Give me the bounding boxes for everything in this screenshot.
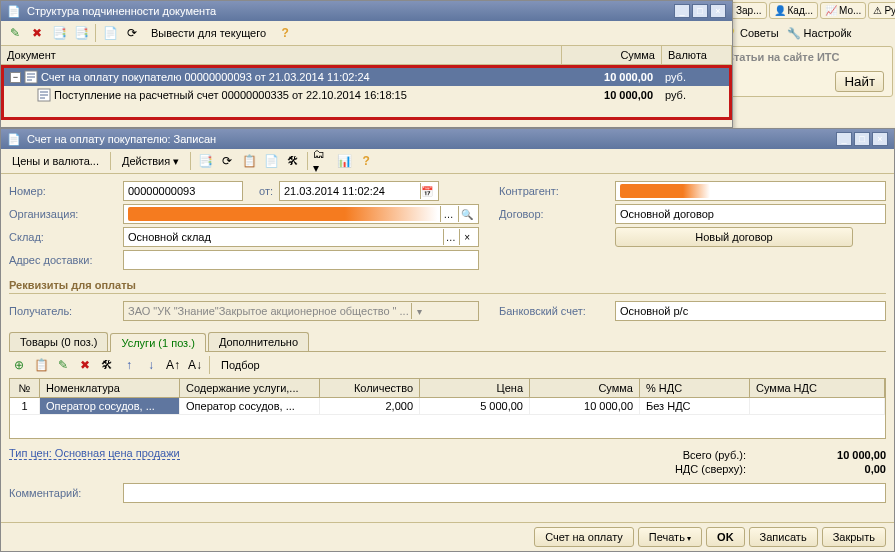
ellipsis-icon[interactable]: … (443, 229, 458, 245)
lookup-icon[interactable]: 🔍 (458, 206, 474, 222)
minimize-button[interactable]: _ (674, 4, 690, 18)
col-nomenclature[interactable]: Номенклатура (40, 379, 180, 397)
tb-icon[interactable]: 📋 (239, 151, 259, 171)
tb-icon[interactable]: 📄 (261, 151, 281, 171)
delete-icon[interactable]: ✖ (27, 23, 47, 43)
tb-icon[interactable]: 🛠 (283, 151, 303, 171)
help-icon[interactable]: ? (356, 151, 376, 171)
bg-tab-ruk[interactable]: ⚠Рук... (868, 2, 895, 19)
tab-additional[interactable]: Дополнительно (208, 332, 309, 351)
edit-icon[interactable]: ✎ (5, 23, 25, 43)
cell-n[interactable]: 1 (10, 398, 40, 415)
sort-asc-icon[interactable]: A↑ (163, 355, 183, 375)
tree-doc-text: Счет на оплату покупателю 00000000093 от… (41, 71, 370, 83)
store-label: Склад: (9, 231, 117, 243)
actions-button[interactable]: Действия ▾ (115, 154, 186, 169)
copy-row-icon[interactable]: 📋 (31, 355, 51, 375)
bg-tab-kad[interactable]: 👤Кад... (769, 2, 819, 19)
counterparty-field[interactable] (615, 181, 886, 201)
tb-icon[interactable]: 📑 (71, 23, 91, 43)
settings-link[interactable]: 🔧 Настройк (787, 27, 852, 40)
col-price[interactable]: Цена (420, 379, 530, 397)
tree-row[interactable]: − Счет на оплату покупателю 00000000093 … (4, 68, 729, 86)
calendar-icon[interactable]: 📅 (420, 183, 434, 199)
col-vat[interactable]: % НДС (640, 379, 750, 397)
org-label: Организация: (9, 208, 117, 220)
cell-vat[interactable]: Без НДС (640, 398, 750, 415)
tb-icon[interactable]: 📄 (100, 23, 120, 43)
doc-icon (24, 70, 38, 84)
contract-field[interactable] (615, 204, 886, 224)
tb-icon[interactable]: 📑 (49, 23, 69, 43)
col-document[interactable]: Документ (1, 46, 562, 64)
tab-services[interactable]: Услуги (1 поз.) (110, 333, 205, 352)
grid-row[interactable]: 1 Оператор сосудов, ... Оператор сосудов… (10, 398, 885, 415)
collapse-icon[interactable]: − (10, 72, 21, 83)
move-up-icon[interactable]: ↑ (119, 355, 139, 375)
cell-content[interactable]: Оператор сосудов, ... (180, 398, 320, 415)
close-button[interactable]: × (710, 4, 726, 18)
tree-doc-text: Поступление на расчетный счет 0000000033… (54, 89, 407, 101)
prices-currency-button[interactable]: Цены и валюта... (5, 154, 106, 168)
selection-button[interactable]: Подбор (214, 358, 267, 372)
ellipsis-icon[interactable]: … (440, 206, 456, 222)
recipient-field[interactable]: ЗАО "УК "Знание"Закрытое акционерное общ… (123, 301, 479, 321)
move-down-icon[interactable]: ↓ (141, 355, 161, 375)
new-contract-button[interactable]: Новый договор (615, 227, 853, 247)
col-currency[interactable]: Валюта (662, 46, 732, 64)
pricetype-link[interactable]: Тип цен: Основная цена продажи (9, 447, 180, 460)
print-button[interactable]: Печать (638, 527, 702, 547)
col-vatsum[interactable]: Сумма НДС (750, 379, 885, 397)
clear-icon[interactable]: × (459, 229, 474, 245)
comment-field[interactable] (123, 483, 886, 503)
org-field[interactable]: … 🔍 (123, 204, 479, 224)
maximize-button[interactable]: □ (854, 132, 870, 146)
ok-button[interactable]: OK (706, 527, 745, 547)
close-button-bottom[interactable]: Закрыть (822, 527, 886, 547)
bank-label: Банковский счет: (499, 305, 609, 317)
store-field[interactable]: … × (123, 227, 479, 247)
close-button[interactable]: × (872, 132, 888, 146)
help-icon[interactable]: ? (275, 23, 295, 43)
invoice-button[interactable]: Счет на оплату (534, 527, 634, 547)
save-button[interactable]: Записать (749, 527, 818, 547)
dropdown-icon[interactable]: ▾ (411, 303, 427, 319)
cell-nomenclature[interactable]: Оператор сосудов, ... (40, 398, 180, 415)
bank-field[interactable] (615, 301, 886, 321)
refresh-icon[interactable]: ⟳ (122, 23, 142, 43)
structure-window-icon: 📄 (7, 5, 21, 18)
tab-goods[interactable]: Товары (0 поз.) (9, 332, 108, 351)
output-current-button[interactable]: Вывести для текущего (144, 26, 273, 40)
its-section: Статьи на сайте ИТС Найт (717, 46, 893, 97)
addr-field[interactable] (123, 250, 479, 270)
col-sum[interactable]: Сумма (530, 379, 640, 397)
tree-sum: 10 000,00 (559, 87, 659, 103)
date-field[interactable]: 📅 (279, 181, 439, 201)
col-content[interactable]: Содержание услуги,... (180, 379, 320, 397)
tb-refresh-icon[interactable]: ⟳ (217, 151, 237, 171)
edit-row-icon[interactable]: ✎ (53, 355, 73, 375)
add-row-icon[interactable]: ⊕ (9, 355, 29, 375)
col-n[interactable]: № (10, 379, 40, 397)
tree-row[interactable]: Поступление на расчетный счет 0000000033… (4, 86, 729, 104)
col-quantity[interactable]: Количество (320, 379, 420, 397)
cell-price[interactable]: 5 000,00 (420, 398, 530, 415)
tb-icon[interactable]: 📑 (195, 151, 215, 171)
cell-quantity[interactable]: 2,000 (320, 398, 420, 415)
tb-icon[interactable]: 🛠 (97, 355, 117, 375)
col-sum[interactable]: Сумма (562, 46, 662, 64)
cell-sum[interactable]: 10 000,00 (530, 398, 640, 415)
delete-row-icon[interactable]: ✖ (75, 355, 95, 375)
counterparty-redacted (620, 184, 710, 198)
tb-icon[interactable]: 📊 (334, 151, 354, 171)
find-button[interactable]: Найт (835, 71, 884, 92)
bg-tab-mo[interactable]: 📈Мо... (820, 2, 866, 19)
tb-icon[interactable]: 🗂 ▾ (312, 151, 332, 171)
cell-vatsum[interactable] (750, 398, 885, 415)
structure-window: 📄 Структура подчиненности документа _ □ … (0, 0, 733, 128)
minimize-button[interactable]: _ (836, 132, 852, 146)
number-field[interactable] (123, 181, 243, 201)
total-value: 10 000,00 (786, 449, 886, 461)
maximize-button[interactable]: □ (692, 4, 708, 18)
sort-desc-icon[interactable]: A↓ (185, 355, 205, 375)
